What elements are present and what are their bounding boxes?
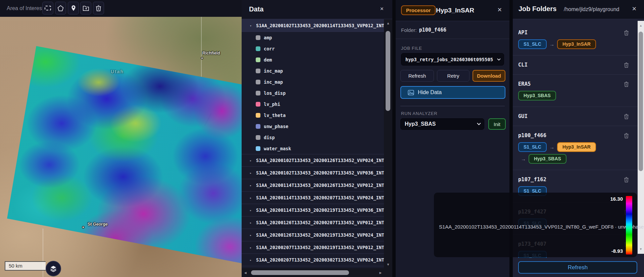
caret-down-icon[interactable]: ▾ [250, 24, 252, 27]
download-button[interactable]: Download [473, 70, 505, 82]
delete-job-button[interactable] [624, 133, 629, 140]
delete-aoi-button[interactable] [93, 2, 104, 14]
scroll-up-icon[interactable]: ▲ [638, 24, 644, 27]
trash-icon [624, 209, 629, 215]
tree-layer-item[interactable]: lv_theta [242, 110, 384, 121]
layers-button[interactable] [46, 261, 61, 276]
job-file-select[interactable]: hyp3_retry_jobs_20260306t095505 [401, 53, 504, 66]
caret-right-icon[interactable]: ▸ [250, 208, 252, 212]
aoi-toolbar: Area of Interest [0, 0, 242, 17]
tree-item-expanded[interactable]: ▾ S1AA_20200102T133453_20200114T133453_V… [242, 19, 384, 32]
load-aoi-button[interactable] [80, 2, 91, 14]
retry-button[interactable]: Retry [437, 70, 469, 82]
tree-item-collapsed[interactable]: ▸ S1AA_20200114T133453_20200207T133452_V… [242, 191, 384, 204]
job-folder-item[interactable]: GUI [513, 107, 638, 126]
jobs-vertical-scrollbar[interactable]: ▲ ▼ [638, 21, 644, 254]
layer-color-swatch[interactable] [256, 69, 260, 73]
layer-color-swatch[interactable] [256, 124, 260, 129]
caret-right-icon[interactable]: ▸ [250, 184, 252, 187]
tree-item-label: S1AA_20200207T133452_20200219T133452_VVP… [256, 245, 384, 250]
job-folder-item[interactable]: p100_f466 S1_SLC→Hyp3_InSAR→Hyp3_SBAS [513, 126, 638, 170]
job-folder-item[interactable]: API S1_SLC→Hyp3_InSAR [513, 23, 638, 55]
data-panel: Data ✕ ▾ S1AA_20200102T133453_20200114T1… [242, 0, 392, 277]
layer-color-swatch[interactable] [256, 113, 260, 118]
scroll-down-icon[interactable]: ▼ [384, 263, 392, 266]
tree-item-collapsed[interactable]: ▸ S1AA_20200114T133453_20200126T133452_V… [242, 179, 384, 191]
job-folder-item[interactable]: CLI [513, 55, 638, 75]
draw-rectangle-button[interactable] [42, 2, 53, 14]
tree-layer-item[interactable]: disp [242, 132, 384, 143]
close-icon[interactable]: ✕ [632, 6, 637, 12]
scrollbar-thumb[interactable] [386, 31, 390, 111]
layer-label: lv_theta [264, 113, 286, 118]
tree-item-collapsed[interactable]: ▸ S1AA_20200207T133452_20200302T133452_V… [242, 253, 384, 266]
jobs-refresh-button[interactable]: Refresh [518, 261, 637, 274]
refresh-button[interactable]: Refresh [400, 70, 434, 82]
delete-job-button[interactable] [624, 209, 629, 216]
scrollbar-thumb[interactable] [251, 270, 349, 275]
tree-layer-item[interactable]: inc_map [242, 65, 384, 76]
caret-right-icon[interactable]: ▸ [250, 221, 252, 225]
tree-item-collapsed[interactable]: ▸ S1AA_20200207T133452_20200219T133452_V… [242, 241, 384, 253]
layer-color-swatch[interactable] [256, 135, 260, 140]
map-scale-text: 50 km [9, 263, 22, 269]
data-vertical-scrollbar[interactable]: ▲ ▼ [384, 19, 392, 268]
delete-job-button[interactable] [624, 81, 629, 88]
delete-job-button[interactable] [624, 62, 629, 69]
scroll-left-icon[interactable]: ◀ [244, 271, 247, 275]
layer-color-swatch[interactable] [256, 35, 260, 40]
analyzer-value: Hyp3_SBAS [405, 121, 436, 127]
scroll-right-icon[interactable]: ▶ [379, 271, 382, 275]
analyzer-select[interactable]: Hyp3_SBAS [400, 118, 484, 130]
layer-color-swatch[interactable] [256, 102, 260, 107]
draw-polygon-button[interactable] [55, 2, 66, 14]
caret-right-icon[interactable]: ▸ [250, 233, 252, 237]
caret-right-icon[interactable]: ▸ [250, 159, 252, 162]
data-horizontal-scrollbar[interactable]: ◀ ▶ [242, 268, 392, 277]
hide-data-button[interactable]: Hide Data [400, 86, 505, 99]
caret-right-icon[interactable]: ▸ [250, 171, 252, 175]
tree-layer-item[interactable]: inc_map [242, 76, 384, 87]
init-button[interactable]: Init [488, 118, 506, 130]
caret-right-icon[interactable]: ▸ [250, 246, 252, 249]
tree-item-collapsed[interactable]: ▸ S1AA_20200126T133452_20200207T133452_V… [242, 216, 384, 229]
layer-color-swatch[interactable] [256, 80, 260, 84]
tree-layer-item[interactable]: unw_phase [242, 121, 384, 132]
scroll-up-icon[interactable]: ▲ [384, 21, 392, 25]
tree-layer-item[interactable]: amp [242, 32, 384, 43]
layer-color-swatch[interactable] [256, 46, 260, 51]
layer-color-swatch[interactable] [256, 57, 260, 62]
layer-color-swatch[interactable] [256, 91, 260, 95]
tree-layer-item[interactable]: dem [242, 54, 384, 65]
scroll-down-icon[interactable]: ▼ [638, 247, 644, 251]
tree-item-collapsed[interactable]: ▸ S1AA_20200126T133452_20200219T133452_V… [242, 229, 384, 241]
tree-layer-item[interactable]: lv_phi [242, 98, 384, 110]
scrollbar-thumb[interactable] [639, 32, 643, 171]
job-folder-name: CLI [518, 62, 638, 68]
delete-job-button[interactable] [624, 177, 629, 184]
tree-item-collapsed[interactable]: ▸ S1AA_20200102T133453_20200207T133452_V… [242, 166, 384, 179]
job-badges: S1_SLC→Hyp3_InSAR [518, 39, 632, 49]
tree-item-collapsed[interactable]: ▸ S1AA_20200114T133453_20200219T133452_V… [242, 204, 384, 216]
drop-pin-button[interactable] [68, 2, 79, 14]
caret-right-icon[interactable]: ▸ [250, 196, 252, 200]
delete-job-button[interactable] [624, 241, 629, 248]
job-file-section-label: JOB FILE [401, 46, 422, 51]
close-icon[interactable]: ✕ [380, 6, 384, 11]
tree-layer-item[interactable]: water_mask [242, 143, 384, 154]
polygon-draw-icon [57, 5, 64, 12]
map-canvas[interactable]: Richfield Utah St George Area of Interes… [0, 0, 242, 277]
close-icon[interactable]: ✕ [497, 7, 502, 13]
map-scale: 50 km [5, 261, 46, 271]
delete-job-button[interactable] [624, 30, 629, 37]
job-folder-item[interactable]: ERA5 Hyp3_SBAS [513, 75, 638, 107]
tree-item-collapsed[interactable]: ▸ S1AA_20200102T133453_20200126T133452_V… [242, 154, 384, 166]
job-folder-item[interactable]: p129_f427 S1_SLC [513, 202, 638, 235]
delete-job-button[interactable] [624, 114, 629, 121]
tree-layer-item[interactable]: los_disp [242, 87, 384, 98]
job-folder-item[interactable]: p107_f162 S1_SLC [513, 170, 638, 202]
layer-color-swatch[interactable] [256, 146, 260, 151]
processor-badge: S1_SLC [518, 39, 547, 49]
tree-layer-item[interactable]: corr [242, 43, 384, 54]
caret-right-icon[interactable]: ▸ [250, 258, 252, 262]
